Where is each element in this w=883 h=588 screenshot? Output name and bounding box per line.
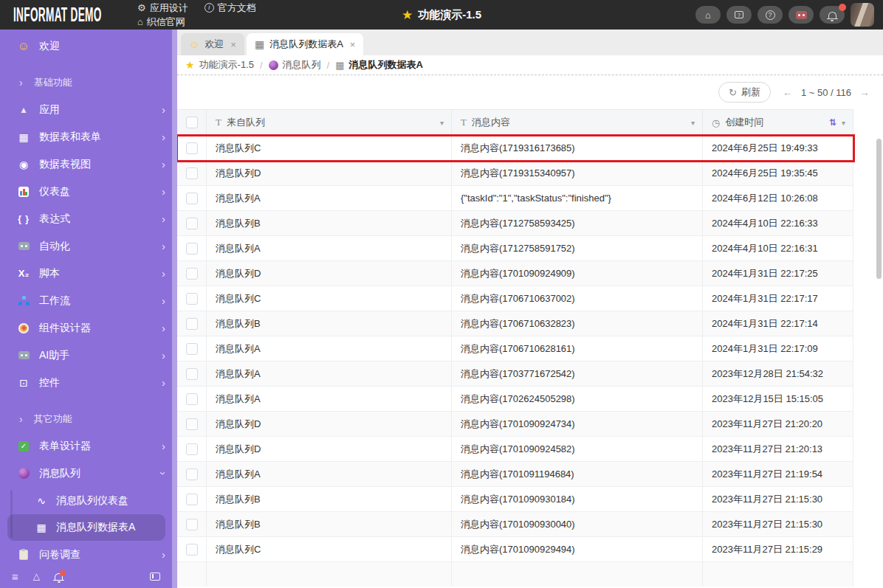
select-all-checkbox[interactable] [186, 117, 198, 128]
row-checkbox[interactable] [186, 167, 198, 179]
sidebar-item-ai-assistant[interactable]: AI助手 › [0, 342, 177, 369]
sidebar-item-component-designer[interactable]: 组件设计器 › [0, 314, 177, 342]
row-checkbox[interactable] [186, 468, 198, 480]
chevron-right-icon: › [162, 350, 165, 361]
sidebar-item-welcome[interactable]: ☺ 欢迎 [0, 32, 177, 60]
row-checkbox[interactable] [186, 218, 198, 229]
close-icon[interactable]: × [350, 39, 356, 50]
sidebar-section-other-features[interactable]: › 其它功能 [0, 405, 177, 432]
chevron-right-icon: › [162, 377, 165, 388]
next-page-icon[interactable]: → [859, 86, 870, 98]
menu-lines-icon[interactable]: ≡ [12, 570, 18, 583]
chevron-down-icon[interactable]: ▾ [842, 119, 845, 127]
row-checkbox-cell [177, 487, 207, 511]
chevron-down-icon: › [158, 471, 169, 475]
table-row[interactable]: 消息队列A 消息内容(1702624505298) 2023年12月15日 15… [177, 387, 853, 412]
sidebar-item-message-queue[interactable]: 消息队列 › [0, 460, 177, 487]
table-row[interactable]: 消息队列D 消息内容(1701090924734) 2023年11月27日 21… [177, 412, 853, 437]
table-row[interactable]: 消息队列A 消息内容(1706710628161) 2024年1月31日 22:… [177, 336, 853, 362]
tab-welcome[interactable]: ☺ 欢迎 × [181, 33, 244, 55]
robot-icon [796, 11, 807, 19]
help-button[interactable]: ? [757, 6, 783, 24]
row-checkbox[interactable] [186, 318, 198, 330]
sidebar-item-label: 欢迎 [39, 40, 60, 53]
notification-badge [60, 570, 66, 576]
row-checkbox[interactable] [186, 494, 198, 505]
sidebar-item-apps[interactable]: ▲ 应用 › [0, 96, 177, 123]
table-row[interactable]: 消息队列D 消息内容(1701090924909) 2024年1月31日 22:… [177, 261, 853, 286]
breadcrumb-label: 功能演示-1.5 [199, 58, 254, 72]
row-checkbox[interactable] [186, 293, 198, 305]
close-icon[interactable]: × [230, 39, 236, 50]
time-cell: 2023年11月27日 21:15:30 [703, 487, 853, 511]
chevron-right-icon: › [162, 213, 165, 224]
table-row[interactable]: 消息队列B 消息内容(1712758593425) 2024年4月10日 22:… [177, 211, 853, 236]
row-checkbox[interactable] [186, 193, 198, 204]
sidebar-item-expressions[interactable]: { } 表达式 › [0, 205, 177, 232]
sidebar-item-automation[interactable]: 自动化 › [0, 232, 177, 260]
sidebar-item-label: 数据表视图 [39, 158, 91, 171]
table-row[interactable]: 消息队列D 消息内容(1719315340957) 2024年6月25日 19:… [177, 161, 853, 186]
row-checkbox[interactable] [186, 418, 198, 430]
row-checkbox[interactable] [186, 519, 198, 530]
column-header-queue[interactable]: T 来自队列 ▾ [207, 110, 452, 135]
column-header-created-time[interactable]: ◷ 创建时间 ⇅ ▾ [703, 110, 853, 135]
table-row[interactable]: 消息队列A 消息内容(1701091194684) 2023年11月27日 21… [177, 462, 853, 487]
triangle-icon[interactable]: △ [33, 571, 40, 581]
column-header-content[interactable]: T 消息内容 ▾ [452, 110, 703, 135]
topbar-menu: ⚙ 应用设计 i 官方文档 ⌂ 织信官网 [137, 1, 278, 29]
tab-label: 欢迎 [205, 38, 224, 51]
home-button[interactable]: ⌂ [695, 6, 721, 24]
table-row[interactable]: 消息队列C 消息内容(1706710637002) 2024年1月31日 22:… [177, 286, 853, 311]
menu-item-official-site[interactable]: ⌂ 织信官网 [137, 15, 185, 29]
row-checkbox[interactable] [186, 268, 198, 280]
row-checkbox[interactable] [186, 142, 198, 154]
sidebar-item-widgets[interactable]: ⊡ 控件 › [0, 369, 177, 396]
ai-assistant-button[interactable] [788, 6, 814, 24]
table-row[interactable]: 消息队列D 消息内容(1701090924582) 2023年11月27日 21… [177, 437, 853, 462]
gear-icon: ⚙ [137, 1, 146, 15]
breadcrumb-item-app[interactable]: ★ 功能演示-1.5 [185, 58, 254, 72]
sidebar-item-dashboards[interactable]: 仪表盘 › [0, 178, 177, 205]
row-checkbox[interactable] [186, 544, 198, 556]
sidebar-notifications-button[interactable] [55, 573, 63, 580]
table-row[interactable]: 消息队列A 消息内容(1712758591752) 2024年4月10日 22:… [177, 236, 853, 261]
vertical-scrollbar[interactable] [876, 139, 882, 279]
table-row[interactable]: 消息队列C 消息内容(1701090929494) 2023年11月27日 21… [177, 537, 853, 562]
chevron-down-icon[interactable]: ▾ [691, 119, 695, 127]
menu-item-official-docs[interactable]: i 官方文档 [205, 1, 256, 15]
sidebar-item-table-views[interactable]: ◉ 数据表视图 › [0, 151, 177, 178]
row-checkbox[interactable] [186, 243, 198, 255]
sidebar-item-workflow[interactable]: 工作流 › [0, 287, 177, 314]
sidebar-item-tables-forms[interactable]: ▦ 数据表和表单 › [0, 123, 177, 151]
table-row[interactable]: 消息队列C 消息内容(1719316173685) 2024年6月25日 19:… [177, 136, 853, 161]
menu-item-app-design[interactable]: ⚙ 应用设计 [137, 1, 188, 15]
row-checkbox[interactable] [186, 343, 198, 355]
refresh-button[interactable]: ↻ 刷新 [718, 82, 771, 103]
prev-page-icon[interactable]: ← [783, 86, 793, 98]
sidebar-section-basic-features[interactable]: › 基础功能 [0, 69, 177, 96]
row-checkbox[interactable] [186, 443, 198, 455]
tab-mq-data-table-a[interactable]: ▦ 消息队列数据表A × [247, 33, 364, 55]
sidebar-item-label: 控件 [39, 376, 60, 390]
table-row[interactable]: 消息队列B 消息内容(1706710632823) 2024年1月31日 22:… [177, 311, 853, 336]
table-row[interactable]: 消息队列A 消息内容(1703771672542) 2023年12月28日 21… [177, 362, 853, 387]
table-row[interactable]: 消息队列B 消息内容(1701090930184) 2023年11月27日 21… [177, 487, 853, 512]
sidebar-item-form-designer[interactable]: ✓ 表单设计器 › [0, 432, 177, 460]
notifications-button[interactable] [820, 6, 845, 24]
breadcrumb-item-message-queue[interactable]: 消息队列 [269, 58, 321, 72]
sidebar-item-mq-dashboard[interactable]: ∿ 消息队列仪表盘 [0, 487, 177, 514]
user-avatar[interactable] [851, 3, 874, 27]
sidebar-item-scripts[interactable]: X₂ 脚本 › [0, 260, 177, 287]
queue-cell: 消息队列B [207, 211, 452, 235]
row-checkbox[interactable] [186, 368, 198, 380]
chevron-down-icon[interactable]: ▾ [440, 119, 444, 127]
table-row[interactable]: 消息队列A {"taskId":"1","taskStatus":"finish… [177, 186, 853, 211]
feedback-button[interactable]: ? [726, 6, 752, 24]
sidebar-item-mq-data-table-a[interactable]: ▦ 消息队列数据表A [7, 514, 165, 541]
sort-descending-icon[interactable]: ⇅ [829, 117, 836, 128]
collapse-sidebar-icon[interactable] [150, 573, 160, 581]
table-row[interactable]: 消息队列B 消息内容(1701090930040) 2023年11月27日 21… [177, 512, 853, 537]
row-checkbox[interactable] [186, 393, 198, 405]
menu-item-label: 应用设计 [150, 1, 188, 15]
